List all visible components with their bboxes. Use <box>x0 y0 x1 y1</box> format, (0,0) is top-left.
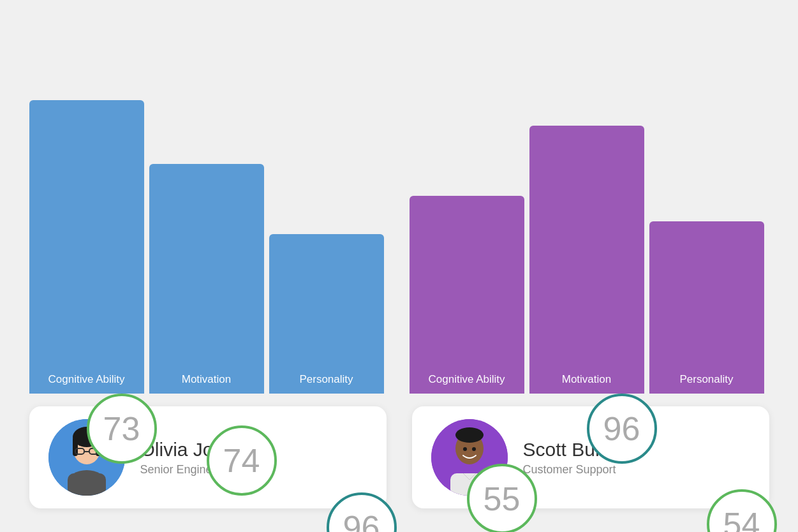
olivia-score-motivation: 74 <box>207 425 277 496</box>
svg-point-13 <box>463 447 467 451</box>
scott-score-cognitive: 55 <box>467 464 537 532</box>
scott-bar-personality-bar: Personality <box>649 221 764 394</box>
olivia-bar-motivation-bar: Motivation <box>149 164 264 394</box>
scott-bar-motivation-bar: Motivation <box>529 126 644 394</box>
svg-rect-9 <box>68 473 106 496</box>
olivia-bar-personality-bar: Personality <box>269 234 384 394</box>
scott-score-motivation: 96 <box>587 394 657 464</box>
olivia-chart: 73 Cognitive Ability 74 <box>29 87 384 394</box>
scott-role: Customer Support <box>523 463 627 477</box>
svg-point-12 <box>455 427 484 443</box>
olivia-bar-cognitive-bar: Cognitive Ability <box>29 100 144 394</box>
olivia-score-cognitive: 73 <box>87 394 157 464</box>
svg-point-14 <box>472 447 476 451</box>
main-container: 73 Cognitive Ability 74 <box>17 11 782 521</box>
charts-row: 73 Cognitive Ability 74 <box>17 11 782 394</box>
scott-bar-cognitive-bar: Cognitive Ability <box>410 196 524 394</box>
scott-chart: 55 Cognitive Ability 96 <box>410 87 764 394</box>
